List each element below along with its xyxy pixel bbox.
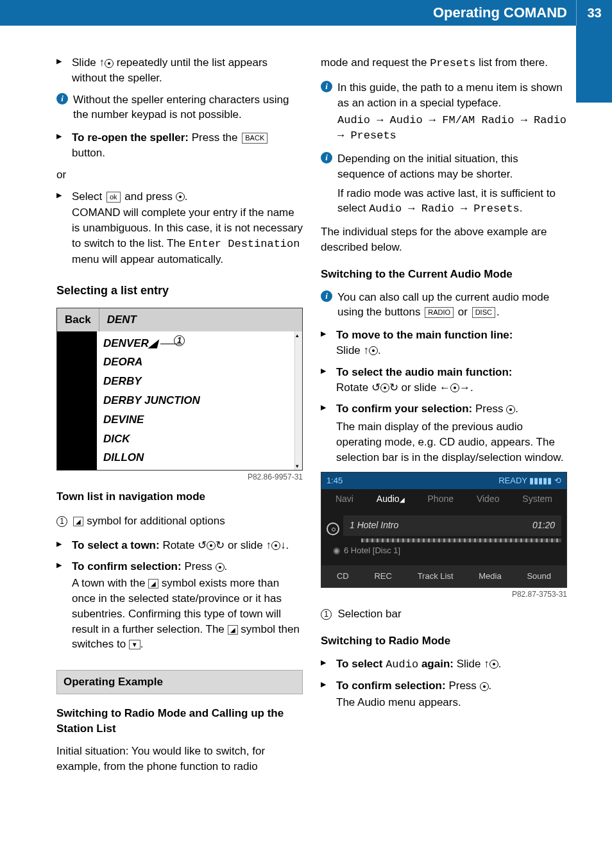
controller-icon (369, 346, 378, 355)
or-text: or (56, 167, 303, 183)
fig1-scrollbar (294, 331, 302, 471)
content: Slide ↑ repeatedly until the list appear… (0, 26, 612, 809)
info-audio-buttons: i You can also call up the current audio… (321, 290, 567, 321)
figure-town-list: Back DENT DENVER◢ 1 DEORA DERBY DERBY JU… (56, 308, 303, 471)
step-select-audio-again: To select Audio again: Slide ↑. (321, 656, 567, 672)
step-main-function-line: To move to the main function line: Slide… (321, 328, 567, 358)
ok-key: ok (106, 192, 121, 203)
fig1-list: DENVER◢ 1 DEORA DERBY DERBY JUNCTION DEV… (97, 331, 294, 471)
side-label: At a Glance (608, 109, 612, 194)
step-reopen-speller: To re-open the speller: Press the BACK b… (56, 130, 303, 161)
info-icon: i (321, 290, 332, 302)
fig2-bottom-menu: CD REC Track List Media Sound (321, 565, 566, 587)
press-icon (480, 682, 489, 691)
fig2-main-menu: Navi Audio◢ Phone Video System (321, 489, 566, 510)
slide-icon: ↓ (280, 539, 286, 551)
figure-audio-display: 1:45 READY ▮▮▮▮▮ ⟲ Navi Audio◢ Phone Vid… (321, 472, 567, 588)
info-icon: i (321, 152, 332, 163)
more-options-icon: ◢ (148, 579, 158, 588)
slide-right-icon: → (459, 381, 470, 394)
fig1-back: Back (57, 308, 99, 331)
rotate-icon: ↻ (389, 381, 398, 394)
step-confirm-audio: To confirm your selection: Press . The m… (321, 401, 567, 465)
fig1-caption: Town list in navigation mode (56, 489, 303, 505)
info-shorter-seq: i Depending on the initial situation, th… (321, 151, 567, 217)
slide-icon: ↑ (266, 539, 271, 551)
progress-bar (361, 538, 561, 542)
controller-icon (450, 383, 459, 392)
slide-up-icon: ↑ (484, 658, 489, 670)
header-title: Operating COMAND (433, 3, 576, 23)
step-confirm-town: To confirm selection: Press . A town wit… (56, 559, 303, 652)
press-icon (176, 192, 185, 201)
step-slide-list: Slide ↑ repeatedly until the list appear… (56, 55, 303, 86)
left-column: Slide ↑ repeatedly until the list appear… (56, 55, 303, 783)
fig1-ref: P82.86-9957-31 (56, 472, 303, 483)
initial-situation: Initial situation: You would like to swi… (56, 744, 303, 774)
controller-icon (105, 59, 114, 68)
heading-switch-radio: Switching to Radio Mode (321, 633, 567, 649)
controller-icon (207, 541, 216, 550)
step-confirm-radio: To confirm selection: Press . The Audio … (321, 678, 567, 710)
controller-icon (271, 541, 280, 550)
info-icon: i (321, 81, 332, 92)
slide-left-icon: ← (439, 381, 450, 394)
step-select-town: To select a town: Rotate ↺↻ or slide ↑↓. (56, 538, 303, 553)
heading-switch-radio-station: Switching to Radio Mode and Calling up t… (56, 706, 303, 737)
fig2-ready: READY ▮▮▮▮▮ ⟲ (498, 475, 561, 487)
radio-key: RADIO (425, 307, 454, 318)
right-column: mode and request the Presets list from t… (321, 55, 567, 783)
callout-1: 1 (174, 335, 185, 346)
steps-described: The individual steps for the above examp… (321, 224, 567, 255)
rotate-icon: ↺ (198, 539, 207, 551)
cd-icon (327, 522, 339, 535)
heading-switch-audio: Switching to the Current Audio Mode (321, 267, 567, 282)
legend-selection-bar: 1 Selection bar (321, 606, 567, 622)
cont-para: mode and request the Presets list from t… (321, 55, 567, 71)
info-path-guide: i In this guide, the path to a menu item… (321, 80, 567, 144)
menu-path: Audio → Audio → FM/AM Radio → Radio → Pr… (337, 113, 567, 144)
controller-icon (380, 383, 389, 392)
controller-icon (489, 660, 498, 669)
info-icon: i (56, 93, 68, 104)
slide-up-icon: ↑ (99, 56, 105, 69)
legend-1: 1 ◢ symbol for additional options (56, 513, 303, 529)
slide-up-icon: ↑ (364, 344, 370, 356)
side-tab (576, 26, 612, 103)
heading-selecting-list: Selecting a list entry (56, 283, 303, 299)
rotate-icon: ↺ (371, 381, 380, 394)
fig1-sidebar (57, 331, 97, 471)
back-key: BACK (242, 133, 268, 144)
fig1-title: DENT (99, 308, 302, 331)
info-no-keypad: i Without the speller entering character… (56, 92, 303, 123)
disc-key: DISC (472, 307, 495, 318)
fig2-time: 1:45 (327, 475, 343, 487)
fig2-ref: P82.87-3753-31 (321, 589, 567, 600)
press-icon (506, 405, 515, 414)
more-options-icon: ◢ (73, 517, 83, 526)
step-select-ok: Select ok and press . COMAND will comple… (56, 189, 303, 267)
more-options-icon: ◢ (228, 625, 238, 635)
step-select-audio-main: To select the audio main function: Rotat… (321, 365, 567, 396)
page-header: Operating COMAND 33 (0, 0, 612, 26)
expanded-icon: ▼ (129, 640, 140, 649)
rotate-icon: ↻ (216, 539, 225, 551)
press-icon (216, 563, 225, 572)
page-number: 33 (576, 0, 612, 26)
heading-operating-example: Operating Example (56, 670, 303, 694)
